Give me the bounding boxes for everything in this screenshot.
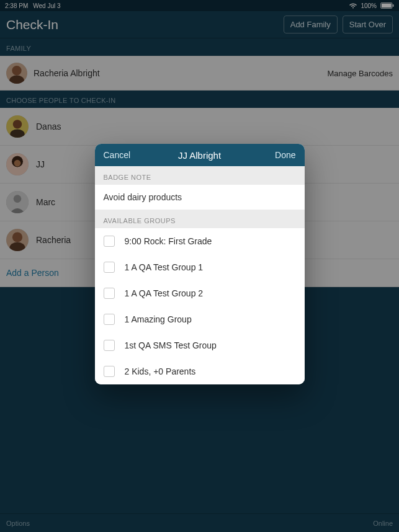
group-row[interactable]: 2 Kids, +0 Parents [95, 358, 305, 384]
checkbox-icon[interactable] [104, 314, 115, 325]
badge-note-value[interactable]: Avoid dairy products [95, 185, 305, 210]
group-row[interactable]: 1 A QA Test Group 1 [95, 254, 305, 280]
group-row[interactable]: 9:00 Rock: First Grade [95, 228, 305, 254]
badge-note-section-label: BADGE NOTE [95, 166, 305, 185]
checkbox-icon[interactable] [104, 366, 115, 377]
group-row[interactable]: 1 A QA Test Group 2 [95, 280, 305, 306]
checkbox-icon[interactable] [104, 262, 115, 273]
checkbox-icon[interactable] [104, 340, 115, 351]
available-groups-section-label: AVAILABLE GROUPS [95, 210, 305, 228]
cancel-button[interactable]: Cancel [104, 150, 131, 160]
group-row[interactable]: 1 Amazing Group [95, 306, 305, 332]
group-row[interactable]: 1st QA SMS Test Group [95, 332, 305, 358]
done-button[interactable]: Done [275, 150, 295, 160]
group-label: 1 A QA Test Group 2 [125, 288, 204, 298]
checkbox-icon[interactable] [104, 288, 115, 299]
groups-list: 9:00 Rock: First Grade 1 A QA Test Group… [95, 228, 305, 384]
group-label: 2 Kids, +0 Parents [125, 366, 196, 376]
checkbox-icon[interactable] [104, 236, 115, 247]
group-label: 1st QA SMS Test Group [125, 340, 217, 350]
group-label: 9:00 Rock: First Grade [125, 236, 212, 246]
group-label: 1 A QA Test Group 1 [125, 262, 204, 272]
person-detail-modal: Cancel JJ Albright Done BADGE NOTE Avoid… [95, 144, 305, 384]
group-label: 1 Amazing Group [125, 314, 192, 324]
